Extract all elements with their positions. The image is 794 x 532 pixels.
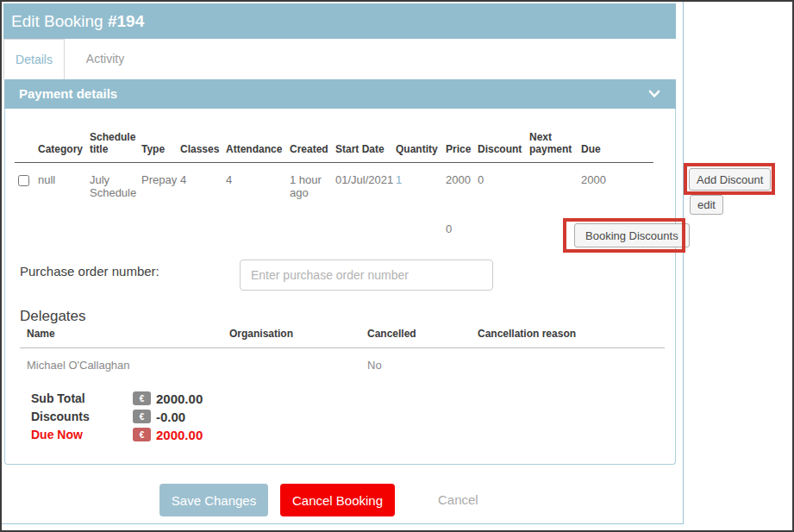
col-discount: Discount xyxy=(478,121,529,162)
cell-attendance: 4 xyxy=(226,162,290,199)
payment-details-content: Category Schedule title Type Classes Att… xyxy=(4,109,676,465)
col-price: Price xyxy=(446,121,478,162)
col-created: Created xyxy=(290,121,335,162)
cell-discount: 0 xyxy=(478,162,529,199)
delegates-heading: Delegates xyxy=(20,308,86,325)
discounts-row: Discounts € -0.00 xyxy=(31,408,203,425)
cell-next-payment xyxy=(529,162,581,199)
cell-start-date: 01/Jul/2021 xyxy=(335,162,396,199)
delegate-cancelled: No xyxy=(360,348,471,372)
euro-badge-icon: € xyxy=(133,410,151,423)
col-attendance: Attendance xyxy=(226,121,290,162)
col-type: Type xyxy=(141,121,180,162)
cell-price: 2000 xyxy=(446,162,478,199)
tab-details[interactable]: Details xyxy=(3,39,65,79)
col-classes: Classes xyxy=(180,121,226,162)
totals-block: Sub Total € 2000.00 Discounts € -0.00 Du… xyxy=(31,390,203,444)
col-next-payment: Next payment xyxy=(529,121,581,162)
cell-quantity: 1 xyxy=(396,162,446,199)
cell-classes: 4 xyxy=(180,162,226,199)
cell-schedule-title: July Schedule xyxy=(90,162,141,199)
discounts-label: Discounts xyxy=(31,410,133,423)
cell-due: 2000 xyxy=(581,162,653,199)
cell-category: null xyxy=(38,162,90,199)
cell-created: 1 hour ago xyxy=(290,162,335,199)
subtotal-amount: 2000.00 xyxy=(156,391,203,406)
purchase-order-label: Purchase order number: xyxy=(20,264,159,279)
col-organisation: Organisation xyxy=(222,328,360,348)
dialog-title: Edit Booking #194 xyxy=(3,3,676,39)
dialog-title-text: Edit Booking xyxy=(11,12,108,30)
booking-number: #194 xyxy=(108,12,144,30)
payment-items-table: Category Schedule title Type Classes Att… xyxy=(15,121,653,199)
tab-activity[interactable]: Activity xyxy=(71,39,140,79)
euro-badge-icon: € xyxy=(133,428,151,441)
payment-table-header-row: Category Schedule title Type Classes Att… xyxy=(15,121,653,162)
add-discount-button[interactable]: Add Discount xyxy=(689,168,771,191)
col-schedule-title: Schedule title xyxy=(90,121,141,162)
save-changes-button[interactable]: Save Changes xyxy=(159,484,268,516)
delegate-organisation xyxy=(222,348,360,372)
discounts-amount: -0.00 xyxy=(156,410,185,424)
subtotal-label: Sub Total xyxy=(31,391,133,405)
col-quantity: Quantity xyxy=(396,121,446,162)
payment-table-row: null July Schedule Prepay 4 4 1 hour ago… xyxy=(15,162,653,199)
col-cancellation-reason: Cancellation reason xyxy=(471,328,665,348)
payment-details-title: Payment details xyxy=(19,86,117,101)
delegate-name: Michael O'Callaghan xyxy=(20,348,222,372)
edit-booking-panel: Edit Booking #194 Details Activity Payme… xyxy=(2,2,684,524)
col-category: Category xyxy=(38,121,90,162)
cancel-booking-button[interactable]: Cancel Booking xyxy=(280,484,395,516)
booking-discounts-button[interactable]: Booking Discounts xyxy=(574,223,690,247)
delegates-header-row: Name Organisation Cancelled Cancellation… xyxy=(20,328,665,348)
col-due: Due xyxy=(581,121,653,162)
due-now-label: Due Now xyxy=(31,428,133,441)
euro-badge-icon: € xyxy=(133,391,151,405)
payment-details-section-header[interactable]: Payment details xyxy=(4,79,676,109)
col-start-date: Start Date xyxy=(335,121,396,162)
subtotal-row: Sub Total € 2000.00 xyxy=(31,390,203,407)
edit-button[interactable]: edit xyxy=(690,195,723,215)
delegates-table: Name Organisation Cancelled Cancellation… xyxy=(20,328,665,372)
purchase-order-input[interactable] xyxy=(240,260,493,291)
discount-total-value: 0 xyxy=(446,222,452,235)
due-now-amount: 2000.00 xyxy=(156,428,203,442)
delegate-row: Michael O'Callaghan No xyxy=(20,348,665,372)
col-select xyxy=(15,121,38,162)
cancel-link[interactable]: Cancel xyxy=(438,484,478,516)
cell-type: Prepay xyxy=(141,162,180,199)
screenshot-frame: Edit Booking #194 Details Activity Payme… xyxy=(0,0,794,532)
row-select-checkbox[interactable] xyxy=(18,175,29,186)
due-now-row: Due Now € 2000.00 xyxy=(31,426,203,443)
chevron-down-icon xyxy=(648,89,660,99)
col-name: Name xyxy=(20,328,222,348)
delegate-cancellation-reason xyxy=(471,348,665,372)
col-cancelled: Cancelled xyxy=(360,328,471,348)
